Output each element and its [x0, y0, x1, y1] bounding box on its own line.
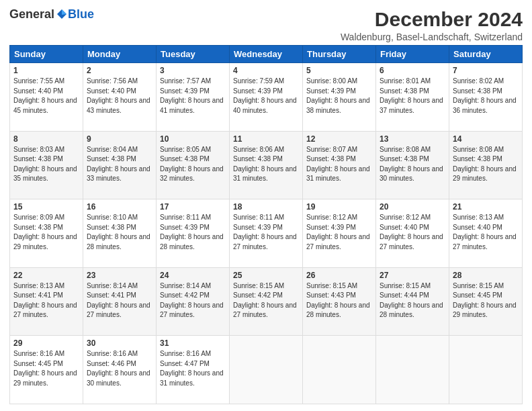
weekday-header-tuesday: Tuesday	[157, 46, 230, 63]
title-area: December 2024 Waldenburg, Basel-Landscha…	[341, 8, 523, 42]
day-info: Sunrise: 8:00 AMSunset: 4:39 PMDaylight:…	[306, 77, 370, 114]
day-number: 17	[160, 202, 226, 212]
calendar-cell: 6Sunrise: 8:01 AMSunset: 4:38 PMDaylight…	[376, 63, 449, 132]
calendar-cell: 25Sunrise: 8:15 AMSunset: 4:42 PMDayligh…	[230, 267, 303, 336]
day-info: Sunrise: 8:05 AMSunset: 4:38 PMDaylight:…	[160, 146, 224, 183]
week-row-1: 1Sunrise: 7:55 AMSunset: 4:40 PMDaylight…	[10, 63, 523, 132]
day-info: Sunrise: 8:11 AMSunset: 4:39 PMDaylight:…	[233, 214, 297, 250]
calendar-cell: 28Sunrise: 8:15 AMSunset: 4:45 PMDayligh…	[449, 267, 523, 336]
svg-marker-1	[62, 9, 66, 15]
day-number: 16	[87, 202, 152, 212]
day-number: 5	[306, 66, 372, 75]
day-info: Sunrise: 8:15 AMSunset: 4:45 PMDaylight:…	[453, 282, 517, 319]
day-number: 3	[160, 66, 226, 75]
logo-blue-text: Blue	[68, 8, 94, 20]
calendar-cell: 3Sunrise: 7:57 AMSunset: 4:39 PMDaylight…	[157, 63, 230, 132]
calendar-cell: 14Sunrise: 8:08 AMSunset: 4:38 PMDayligh…	[449, 131, 523, 199]
day-number: 18	[233, 202, 299, 212]
calendar-cell: 10Sunrise: 8:05 AMSunset: 4:38 PMDayligh…	[157, 131, 230, 199]
day-info: Sunrise: 8:13 AMSunset: 4:41 PMDaylight:…	[13, 282, 77, 319]
day-info: Sunrise: 8:15 AMSunset: 4:43 PMDaylight:…	[306, 282, 370, 319]
day-number: 14	[453, 134, 519, 144]
weekday-header-sunday: Sunday	[10, 46, 83, 63]
week-row-4: 22Sunrise: 8:13 AMSunset: 4:41 PMDayligh…	[10, 267, 523, 336]
weekday-header-thursday: Thursday	[303, 46, 376, 63]
calendar-cell: 30Sunrise: 8:16 AMSunset: 4:46 PMDayligh…	[83, 336, 157, 404]
calendar-cell: 16Sunrise: 8:10 AMSunset: 4:38 PMDayligh…	[83, 199, 157, 268]
logo-area: General Blue	[9, 8, 94, 20]
calendar-table: SundayMondayTuesdayWednesdayThursdayFrid…	[9, 45, 523, 404]
day-info: Sunrise: 8:02 AMSunset: 4:38 PMDaylight:…	[453, 77, 517, 114]
logo-icon	[56, 8, 68, 20]
day-number: 15	[13, 202, 79, 212]
day-info: Sunrise: 8:16 AMSunset: 4:47 PMDaylight:…	[160, 350, 224, 387]
calendar-cell: 20Sunrise: 8:12 AMSunset: 4:40 PMDayligh…	[376, 199, 449, 268]
day-info: Sunrise: 8:06 AMSunset: 4:38 PMDaylight:…	[233, 146, 297, 183]
day-number: 23	[87, 271, 152, 280]
day-number: 1	[13, 66, 79, 75]
day-number: 11	[233, 134, 299, 144]
day-number: 19	[306, 202, 372, 212]
day-info: Sunrise: 8:09 AMSunset: 4:38 PMDaylight:…	[13, 214, 77, 250]
day-info: Sunrise: 8:07 AMSunset: 4:38 PMDaylight:…	[306, 146, 370, 183]
day-info: Sunrise: 8:12 AMSunset: 4:40 PMDaylight:…	[380, 214, 443, 250]
day-number: 13	[380, 134, 445, 144]
day-info: Sunrise: 8:14 AMSunset: 4:42 PMDaylight:…	[160, 282, 224, 319]
calendar-cell: 21Sunrise: 8:13 AMSunset: 4:40 PMDayligh…	[449, 199, 523, 268]
header: General Blue December 2024 Waldenburg, B…	[9, 8, 523, 42]
day-number: 20	[380, 202, 445, 212]
calendar-cell: 4Sunrise: 7:59 AMSunset: 4:39 PMDaylight…	[230, 63, 303, 132]
week-row-2: 8Sunrise: 8:03 AMSunset: 4:38 PMDaylight…	[10, 131, 523, 199]
calendar-cell	[449, 336, 523, 404]
day-info: Sunrise: 7:59 AMSunset: 4:39 PMDaylight:…	[233, 77, 297, 114]
day-number: 6	[380, 66, 445, 75]
calendar-cell: 29Sunrise: 8:16 AMSunset: 4:45 PMDayligh…	[10, 336, 83, 404]
day-number: 12	[306, 134, 372, 144]
day-number: 27	[380, 271, 445, 280]
day-info: Sunrise: 8:04 AMSunset: 4:38 PMDaylight:…	[87, 146, 150, 183]
calendar-cell: 13Sunrise: 8:08 AMSunset: 4:38 PMDayligh…	[376, 131, 449, 199]
calendar-cell	[376, 336, 449, 404]
day-number: 7	[453, 66, 519, 75]
week-row-3: 15Sunrise: 8:09 AMSunset: 4:38 PMDayligh…	[10, 199, 523, 268]
day-info: Sunrise: 8:11 AMSunset: 4:39 PMDaylight:…	[160, 214, 224, 250]
day-number: 24	[160, 271, 226, 280]
calendar-cell: 19Sunrise: 8:12 AMSunset: 4:39 PMDayligh…	[303, 199, 376, 268]
weekday-header-friday: Friday	[376, 46, 449, 63]
day-number: 21	[453, 202, 519, 212]
day-info: Sunrise: 8:14 AMSunset: 4:41 PMDaylight:…	[87, 282, 150, 319]
day-info: Sunrise: 8:08 AMSunset: 4:38 PMDaylight:…	[380, 146, 443, 183]
calendar-cell: 18Sunrise: 8:11 AMSunset: 4:39 PMDayligh…	[230, 199, 303, 268]
day-info: Sunrise: 7:57 AMSunset: 4:39 PMDaylight:…	[160, 77, 224, 114]
location-title: Waldenburg, Basel-Landschaft, Switzerlan…	[341, 32, 523, 42]
day-number: 2	[87, 66, 152, 75]
calendar-cell: 12Sunrise: 8:07 AMSunset: 4:38 PMDayligh…	[303, 131, 376, 199]
day-info: Sunrise: 7:55 AMSunset: 4:40 PMDaylight:…	[13, 77, 77, 114]
calendar-cell: 5Sunrise: 8:00 AMSunset: 4:39 PMDaylight…	[303, 63, 376, 132]
calendar-cell: 31Sunrise: 8:16 AMSunset: 4:47 PMDayligh…	[157, 336, 230, 404]
calendar-cell: 27Sunrise: 8:15 AMSunset: 4:44 PMDayligh…	[376, 267, 449, 336]
calendar-cell: 9Sunrise: 8:04 AMSunset: 4:38 PMDaylight…	[83, 131, 157, 199]
calendar-cell: 24Sunrise: 8:14 AMSunset: 4:42 PMDayligh…	[157, 267, 230, 336]
weekday-header-wednesday: Wednesday	[230, 46, 303, 63]
day-number: 25	[233, 271, 299, 280]
logo-general-text: General	[9, 8, 54, 20]
day-number: 29	[13, 338, 79, 348]
calendar-page: General Blue December 2024 Waldenburg, B…	[0, 0, 532, 411]
calendar-cell: 2Sunrise: 7:56 AMSunset: 4:40 PMDaylight…	[83, 63, 157, 132]
day-number: 4	[233, 66, 299, 75]
day-info: Sunrise: 8:08 AMSunset: 4:38 PMDaylight:…	[453, 146, 517, 183]
month-title: December 2024	[341, 8, 523, 30]
calendar-cell: 15Sunrise: 8:09 AMSunset: 4:38 PMDayligh…	[10, 199, 83, 268]
day-info: Sunrise: 8:15 AMSunset: 4:42 PMDaylight:…	[233, 282, 297, 319]
day-number: 9	[87, 134, 152, 144]
day-number: 30	[87, 338, 152, 348]
weekday-header-monday: Monday	[83, 46, 157, 63]
day-number: 31	[160, 338, 226, 348]
day-info: Sunrise: 8:13 AMSunset: 4:40 PMDaylight:…	[453, 214, 517, 250]
day-info: Sunrise: 8:16 AMSunset: 4:45 PMDaylight:…	[13, 350, 77, 387]
day-number: 26	[306, 271, 372, 280]
week-row-5: 29Sunrise: 8:16 AMSunset: 4:45 PMDayligh…	[10, 336, 523, 404]
calendar-cell: 26Sunrise: 8:15 AMSunset: 4:43 PMDayligh…	[303, 267, 376, 336]
calendar-cell: 17Sunrise: 8:11 AMSunset: 4:39 PMDayligh…	[157, 199, 230, 268]
